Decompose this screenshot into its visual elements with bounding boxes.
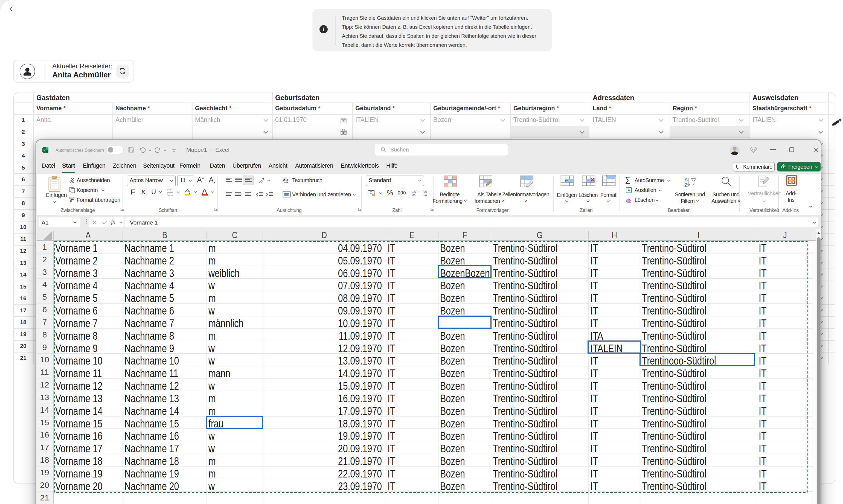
svg-text:A: A <box>684 177 688 182</box>
svg-text:Z: Z <box>684 182 687 188</box>
svg-text:ab: ab <box>283 177 288 182</box>
svg-text:←0: ←0 <box>411 190 416 194</box>
svg-text:x: x <box>43 148 45 152</box>
svg-text:→0: →0 <box>423 194 427 197</box>
svg-text:.00: .00 <box>423 190 427 194</box>
svg-text:.00: .00 <box>412 194 415 197</box>
